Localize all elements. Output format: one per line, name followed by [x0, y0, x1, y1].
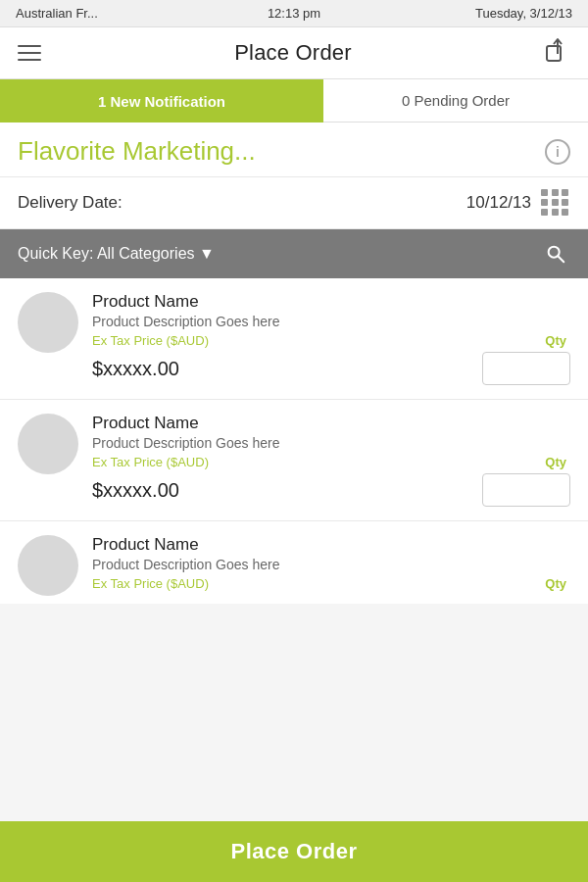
- delivery-label: Delivery Date:: [18, 193, 122, 213]
- product-details: Product Name Product Description Goes he…: [92, 535, 570, 591]
- status-date: Tuesday, 3/12/13: [387, 6, 572, 21]
- product-thumbnail: [18, 535, 78, 596]
- product-price-row: Ex Tax Price ($AUD) Qty: [92, 455, 570, 469]
- quick-key-label[interactable]: Quick Key: All Categories ▼: [18, 245, 215, 263]
- product-price-input-row: $xxxxx.00: [92, 473, 570, 507]
- product-item: Product Name Product Description Goes he…: [0, 521, 588, 604]
- calendar-cell: [552, 199, 559, 206]
- status-carrier: Australian Fr...: [16, 6, 201, 21]
- calendar-cell: [552, 209, 559, 216]
- qty-label: Qty: [545, 333, 566, 348]
- qty-input[interactable]: [482, 352, 570, 385]
- product-name: Product Name: [92, 535, 570, 555]
- delivery-section: Delivery Date: 10/12/13: [0, 177, 588, 229]
- product-ex-tax-label: Ex Tax Price ($AUD): [92, 333, 209, 348]
- hamburger-line: [18, 52, 41, 54]
- info-icon: i: [556, 144, 560, 160]
- product-description: Product Description Goes here: [92, 314, 570, 329]
- info-button[interactable]: i: [545, 139, 570, 165]
- product-name: Product Name: [92, 414, 570, 433]
- place-order-button[interactable]: Place Order: [0, 821, 588, 882]
- product-name: Product Name: [92, 292, 570, 312]
- product-ex-tax-label: Ex Tax Price ($AUD): [92, 455, 209, 469]
- svg-line-3: [559, 257, 564, 263]
- qty-input[interactable]: [482, 473, 570, 507]
- quick-key-bar[interactable]: Quick Key: All Categories ▼: [0, 229, 588, 278]
- product-item: Product Name Product Description Goes he…: [0, 278, 588, 400]
- svg-point-2: [549, 247, 560, 258]
- product-price: $xxxxx.00: [92, 479, 179, 502]
- product-details: Product Name Product Description Goes he…: [92, 292, 570, 385]
- product-price-row: Ex Tax Price ($AUD) Qty: [92, 576, 570, 591]
- product-details: Product Name Product Description Goes he…: [92, 414, 570, 507]
- share-button[interactable]: [545, 37, 570, 69]
- calendar-cell: [562, 189, 568, 196]
- status-time: 12:13 pm: [201, 6, 386, 21]
- tab-pending-label: 0 Pending Order: [402, 92, 510, 109]
- menu-button[interactable]: [18, 45, 41, 61]
- company-name: Flavorite Marketing...: [18, 136, 256, 167]
- qty-label: Qty: [545, 455, 566, 469]
- calendar-cell: [541, 209, 548, 216]
- place-order-label: Place Order: [230, 839, 357, 863]
- tab-pending[interactable]: 0 Pending Order: [323, 79, 588, 122]
- search-button[interactable]: [541, 239, 570, 269]
- tab-notification[interactable]: 1 New Notification: [0, 79, 323, 122]
- qty-label: Qty: [545, 576, 566, 591]
- product-list: Product Name Product Description Goes he…: [0, 278, 588, 604]
- hamburger-line: [18, 45, 41, 47]
- product-price-input-row: $xxxxx.00: [92, 352, 570, 385]
- tabs-container: 1 New Notification 0 Pending Order: [0, 79, 588, 122]
- tab-notification-label: 1 New Notification: [98, 93, 225, 110]
- product-price-row: Ex Tax Price ($AUD) Qty: [92, 333, 570, 348]
- product-price: $xxxxx.00: [92, 358, 179, 380]
- status-bar: Australian Fr... 12:13 pm Tuesday, 3/12/…: [0, 0, 588, 27]
- page-title: Place Order: [234, 40, 352, 66]
- product-description: Product Description Goes here: [92, 557, 570, 572]
- product-thumbnail: [18, 414, 78, 474]
- product-thumbnail: [18, 292, 78, 353]
- calendar-button[interactable]: [541, 189, 570, 217]
- product-item: Product Name Product Description Goes he…: [0, 400, 588, 521]
- hamburger-line: [18, 59, 41, 61]
- calendar-cell: [541, 199, 548, 206]
- header: Place Order: [0, 27, 588, 79]
- calendar-cell: [562, 209, 568, 216]
- company-section: Flavorite Marketing... i: [0, 122, 588, 177]
- delivery-right: 10/12/13: [466, 189, 570, 217]
- product-ex-tax-label: Ex Tax Price ($AUD): [92, 576, 209, 591]
- calendar-cell: [541, 189, 548, 196]
- calendar-cell: [562, 199, 568, 206]
- product-description: Product Description Goes here: [92, 435, 570, 451]
- delivery-date: 10/12/13: [466, 193, 531, 213]
- calendar-cell: [552, 189, 559, 196]
